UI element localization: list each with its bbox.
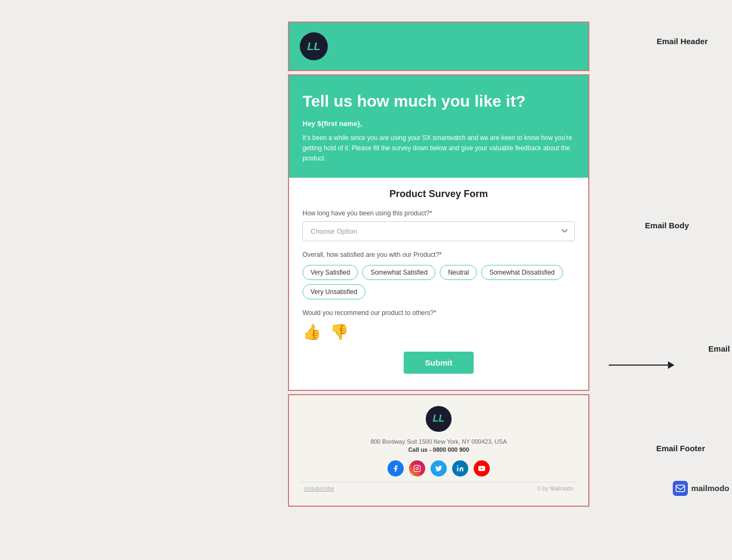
submit-section: Submit (302, 352, 575, 379)
social-facebook-icon[interactable] (388, 460, 404, 477)
question1-label: How long have you been using this produc… (302, 209, 575, 217)
annotation-email-body: Email Body (645, 221, 689, 230)
question2-label: Overall, how satisfied are you with our … (302, 251, 575, 258)
social-youtube-icon[interactable] (474, 460, 490, 477)
footer-bottom-row: Unsubscribe © by Mailmodo (300, 482, 578, 495)
svg-rect-0 (414, 465, 420, 472)
satisfaction-option-neutral[interactable]: Neutral (440, 265, 477, 280)
header-logo: LL (300, 32, 328, 60)
thumbs-down-icon[interactable]: 👎 (330, 323, 349, 341)
thumbs-up-icon[interactable]: 👍 (302, 323, 321, 341)
annotation-email-cta: Email CTA (708, 344, 732, 353)
satisfaction-option-somewhat-satisfied[interactable]: Somewhat Satisfied (362, 265, 435, 280)
submit-button[interactable]: Submit (404, 352, 474, 374)
footer-social-icons (300, 460, 578, 477)
arrow-line (609, 365, 668, 366)
footer-logo: LL (426, 406, 452, 432)
annotation-email-footer: Email Footer (656, 444, 705, 453)
email-header-inner: LL (289, 23, 588, 70)
satisfaction-option-very-satisfied[interactable]: Very Satisfied (302, 265, 358, 280)
satisfaction-options-group: Very Satisfied Somewhat Satisfied Neutra… (302, 265, 575, 299)
mailmodo-brand-name: mailmodo (691, 484, 729, 493)
hero-greeting: Hey ${first name}, (302, 120, 575, 128)
recommend-icons-group: 👍 👎 (302, 323, 575, 341)
svg-point-2 (419, 466, 419, 467)
survey-form-section: Product Survey Form How long have you be… (289, 178, 588, 390)
hero-title: Tell us how much you like it? (302, 92, 575, 111)
satisfaction-option-somewhat-dissatisfied[interactable]: Somewhat Dissatisfied (481, 265, 562, 280)
svg-rect-5 (676, 485, 685, 492)
email-hero-banner: Tell us how much you like it? Hey ${firs… (289, 75, 588, 178)
email-body-section: Tell us how much you like it? Hey ${firs… (288, 74, 589, 391)
mailmodo-brand: mailmodo (673, 481, 729, 496)
email-header-section: LL (288, 22, 589, 71)
question3-label: Would you recommend our product to other… (302, 309, 575, 317)
email-footer-section: LL 800 Bordway Suit 1500 New York, NY 00… (288, 394, 589, 507)
satisfaction-option-very-unsatisfied[interactable]: Very Unsatisfied (302, 284, 365, 299)
footer-phone: Call us - 0800 000 900 (300, 446, 578, 453)
arrow-head (668, 361, 674, 369)
svg-point-3 (457, 465, 458, 466)
social-twitter-icon[interactable] (431, 460, 447, 477)
svg-point-1 (416, 467, 419, 470)
footer-powered-by: © by Mailmodo (537, 486, 573, 492)
footer-unsubscribe-link[interactable]: Unsubscribe (304, 486, 334, 492)
hero-body-text: It's been a while since you are using yo… (302, 133, 575, 164)
footer-phone-label: Call us - (408, 446, 431, 453)
footer-address: 800 Bordway Suit 1500 New York, NY 00042… (300, 438, 578, 445)
footer-phone-number: 0800 000 900 (433, 446, 469, 453)
social-instagram-icon[interactable] (409, 460, 425, 477)
mailmodo-logo-icon (673, 481, 688, 496)
form-title: Product Survey Form (302, 188, 575, 200)
cta-arrow (609, 361, 674, 369)
social-linkedin-icon[interactable] (452, 460, 468, 477)
header-logo-initials: LL (307, 40, 320, 53)
annotation-email-header: Email Header (657, 37, 708, 46)
footer-content: LL 800 Bordway Suit 1500 New York, NY 00… (289, 395, 588, 506)
question1-dropdown[interactable]: Choose Option Less than 1 month 1-3 mont… (302, 221, 575, 241)
footer-logo-initials: LL (433, 413, 445, 424)
